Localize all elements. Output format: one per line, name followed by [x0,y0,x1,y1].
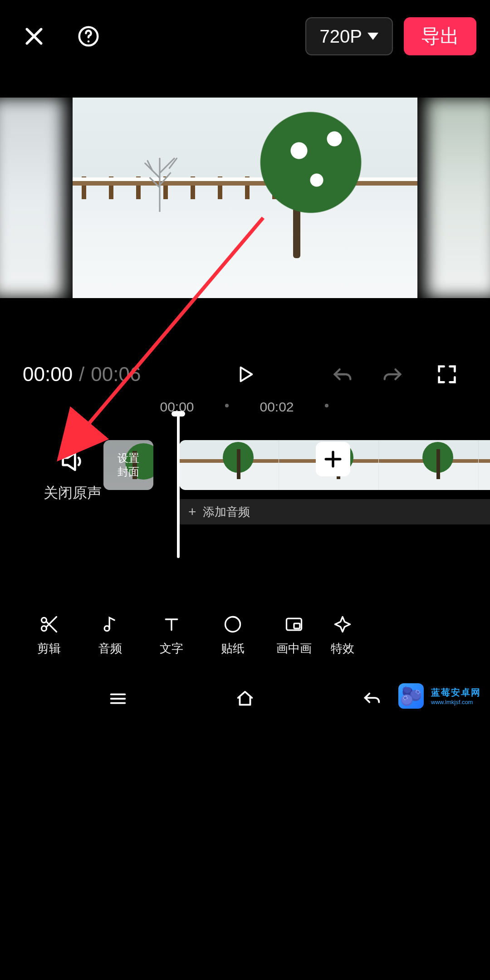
music-note-icon [100,614,120,634]
cover-label: 设置 封面 [118,451,139,479]
svg-point-3 [88,40,90,43]
text-icon [162,614,181,634]
play-button[interactable] [225,354,265,395]
bottom-toolbar: 剪辑 音频 文字 贴纸 画中画 [0,608,490,662]
nav-home-button[interactable] [235,688,255,711]
tool-label: 音频 [98,641,122,657]
nav-back-button[interactable] [362,688,382,711]
scissors-icon [39,614,59,634]
time-separator: / [79,363,84,386]
watermark-icon: 🫐 [398,683,424,709]
add-audio-label: 添加音频 [203,504,250,520]
mute-label: 关闭原声 [41,483,104,503]
total-time: 00:06 [91,363,141,386]
tool-text[interactable]: 文字 [141,614,202,657]
tool-sticker[interactable]: 贴纸 [202,614,263,657]
tool-label: 贴纸 [221,641,245,657]
ruler-dot [225,404,229,407]
nav-menu-button[interactable] [108,688,128,711]
redo-button[interactable] [372,354,413,395]
pip-icon [284,614,304,634]
tool-edit[interactable]: 剪辑 [18,614,79,657]
help-button[interactable] [68,16,109,57]
preview-blur-right [426,98,490,298]
undo-button[interactable] [322,354,363,395]
close-button[interactable] [14,16,54,57]
tool-label: 画中画 [276,641,312,657]
set-cover-button[interactable]: 设置 封面 [103,440,153,490]
plus-icon: + [188,504,196,519]
tool-label: 文字 [160,641,183,657]
svg-rect-12 [294,623,300,628]
tool-audio[interactable]: 音频 [79,614,141,657]
watermark-title: 蓝莓安卓网 [431,686,481,699]
tool-label: 剪辑 [37,641,61,657]
watermark-url: www.lmkjsf.com [431,699,481,706]
preview-blur-left [0,98,64,298]
playhead[interactable] [177,413,180,558]
ruler-dot [325,404,328,407]
fullscreen-button[interactable] [426,354,467,395]
preview-frame [73,98,417,298]
tool-pip[interactable]: 画中画 [263,614,324,657]
svg-marker-4 [240,368,252,382]
export-button[interactable]: 导出 [404,17,476,55]
mute-original-sound-button[interactable]: 关闭原声 [41,447,104,503]
sticker-icon [223,614,243,634]
export-label: 导出 [421,24,459,49]
resolution-label: 720P [320,26,362,47]
add-audio-button[interactable]: + 添加音频 [179,499,490,524]
sparkle-icon [333,614,353,634]
tool-effect[interactable]: 特效 [324,614,361,657]
watermark: 🫐 蓝莓安卓网 www.lmkjsf.com [398,683,481,709]
chevron-down-icon [368,33,378,40]
current-time: 00:00 [23,363,73,386]
speaker-icon [58,447,87,476]
resolution-selector[interactable]: 720P [305,17,393,55]
tool-label: 特效 [331,641,354,657]
add-clip-button[interactable] [316,442,350,476]
video-preview[interactable] [0,98,490,298]
